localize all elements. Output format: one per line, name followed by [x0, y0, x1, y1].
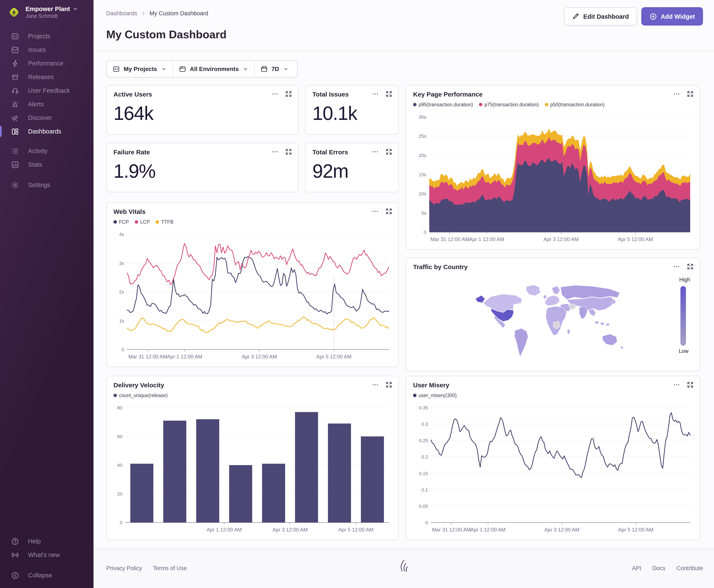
legend-item[interactable]: p50(transaction.duration)	[545, 102, 605, 107]
projects-icon	[11, 32, 20, 40]
releases-icon	[11, 73, 20, 81]
big-number-value: 92m	[312, 160, 348, 182]
widget-title: Delivery Velocity	[113, 381, 164, 388]
sidebar-item-label: Discover	[28, 114, 52, 121]
widget-expand-icon[interactable]	[285, 90, 292, 97]
svg-text:0.35: 0.35	[419, 405, 428, 411]
map-region	[543, 294, 546, 299]
filter-bar: My Projects All Environments 7D	[106, 60, 298, 77]
legend-item[interactable]: LCP	[135, 219, 150, 225]
widget-title: User Misery	[413, 381, 449, 388]
widget-menu-icon[interactable]	[372, 148, 379, 155]
org-switcher[interactable]: Empower Plant Jane Schmidt	[0, 0, 93, 23]
svg-text:80: 80	[117, 405, 123, 411]
sidebar-item-activity[interactable]: Activity	[0, 144, 93, 158]
privacy-policy-link[interactable]: Privacy Policy	[106, 565, 142, 571]
sidebar-item-projects[interactable]: Projects	[0, 29, 93, 43]
docs-link[interactable]: Docs	[652, 565, 666, 571]
add-widget-button[interactable]: Add Widget	[641, 7, 703, 25]
widget-expand-icon[interactable]	[386, 148, 392, 155]
svg-text:1s: 1s	[119, 318, 124, 323]
edit-dashboard-button[interactable]: Edit Dashboard	[564, 7, 637, 25]
sidebar-item-user-feedback[interactable]: User Feedback	[0, 84, 93, 97]
map-region-us	[475, 295, 485, 303]
sidebar-item-issues[interactable]: Issues	[0, 43, 93, 57]
svg-text:40: 40	[117, 463, 123, 468]
plus-circle-icon	[649, 13, 657, 20]
contribute-link[interactable]: Contribute	[676, 565, 703, 571]
legend-label: p95(transaction.duration)	[419, 102, 473, 107]
api-link[interactable]: API	[632, 565, 641, 571]
legend-item[interactable]: FCP	[113, 219, 129, 225]
sidebar-item-alerts[interactable]: Alerts	[0, 97, 93, 111]
svg-text:20s: 20s	[419, 153, 426, 158]
widget-menu-icon[interactable]	[673, 263, 680, 270]
widget-expand-icon[interactable]	[687, 90, 694, 97]
widget-expand-icon[interactable]	[285, 148, 292, 155]
big-number-value: 1.9%	[113, 160, 155, 182]
sidebar-item-what-s-new[interactable]: What's new	[0, 548, 93, 562]
legend-item[interactable]: user_misery(300)	[413, 393, 457, 398]
chevron-down-icon	[73, 6, 78, 12]
widget-menu-icon[interactable]	[673, 90, 680, 97]
svg-text:Apr 1 12:00 AM: Apr 1 12:00 AM	[469, 236, 504, 242]
widget-menu-icon[interactable]	[372, 90, 379, 97]
svg-text:Apr 5 12:00 AM: Apr 5 12:00 AM	[317, 354, 351, 359]
breadcrumb-chevron-icon	[141, 10, 146, 16]
svg-text:Apr 5 12:00 AM: Apr 5 12:00 AM	[618, 527, 653, 532]
svg-text:0: 0	[426, 520, 428, 525]
widget-expand-icon[interactable]	[687, 381, 694, 388]
map-region	[588, 309, 596, 316]
widget-expand-icon[interactable]	[687, 263, 694, 270]
sidebar-bottom-nav: HelpWhat's newCollapse	[0, 534, 93, 582]
widget-menu-icon[interactable]	[372, 381, 379, 388]
widget-expand-icon[interactable]	[386, 90, 392, 97]
widget-title: Failure Rate	[113, 148, 150, 155]
environment-filter[interactable]: All Environments	[172, 61, 254, 77]
performance-icon	[11, 59, 20, 67]
widget-menu-icon[interactable]	[272, 90, 278, 97]
widget-menu-icon[interactable]	[673, 381, 680, 388]
sidebar-item-collapse[interactable]: Collapse	[0, 568, 93, 582]
legend-item[interactable]: TTFB	[156, 219, 174, 225]
map-region	[483, 294, 522, 312]
svg-text:0: 0	[424, 230, 426, 235]
legend-label: p50(transaction.duration)	[550, 102, 605, 107]
project-filter[interactable]: My Projects	[107, 61, 172, 77]
whats-new-icon	[11, 551, 20, 559]
world-map	[470, 283, 631, 358]
sidebar-item-stats[interactable]: Stats	[0, 158, 93, 171]
sidebar-item-dashboards[interactable]: Dashboards	[0, 125, 93, 138]
legend-item[interactable]: p95(transaction.duration)	[413, 102, 473, 107]
legend-item[interactable]: count_unique(release)	[113, 393, 168, 398]
svg-text:0.3: 0.3	[421, 422, 428, 427]
svg-text:0.25: 0.25	[419, 438, 428, 443]
date-range-filter[interactable]: 7D	[254, 61, 294, 77]
legend-dot	[113, 394, 117, 397]
sidebar-item-label: User Feedback	[28, 87, 70, 94]
map-region	[546, 306, 566, 335]
chart-legend: count_unique(release)	[113, 393, 168, 398]
sidebar-item-label: Dashboards	[28, 128, 61, 135]
svg-text:Apr 5 12:00 AM: Apr 5 12:00 AM	[618, 236, 653, 242]
sidebar-item-settings[interactable]: Settings	[0, 178, 93, 192]
widget-title: Total Issues	[312, 90, 349, 98]
svg-text:Apr 1 12:00 AM: Apr 1 12:00 AM	[207, 527, 242, 532]
widget-expand-icon[interactable]	[386, 208, 392, 215]
collapse-icon	[11, 571, 20, 579]
user-feedback-icon	[11, 86, 20, 94]
sidebar-item-help[interactable]: Help	[0, 534, 93, 548]
widget-title: Active Users	[113, 90, 152, 98]
widget-menu-icon[interactable]	[372, 208, 379, 215]
big-number-value: 164k	[113, 103, 153, 125]
widget-expand-icon[interactable]	[386, 381, 392, 388]
terms-of-use-link[interactable]: Terms of Use	[153, 565, 187, 571]
svg-text:4s: 4s	[119, 232, 124, 237]
sidebar-item-releases[interactable]: Releases	[0, 70, 93, 84]
breadcrumb-dashboards-link[interactable]: Dashboards	[106, 10, 137, 17]
widget-menu-icon[interactable]	[272, 148, 278, 155]
legend-item[interactable]: p75(transaction.duration)	[479, 102, 539, 107]
sidebar-item-performance[interactable]: Performance	[0, 57, 93, 70]
svg-text:Mar 31 12:00 AM: Mar 31 12:00 AM	[432, 527, 471, 532]
sidebar-item-discover[interactable]: Discover	[0, 111, 93, 125]
